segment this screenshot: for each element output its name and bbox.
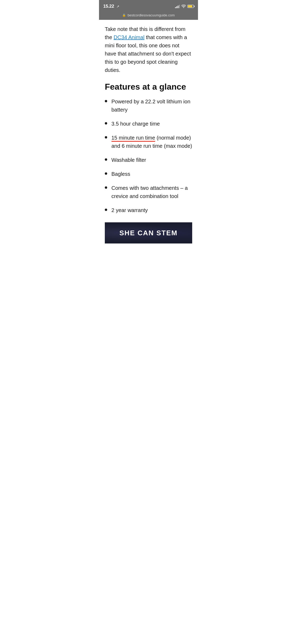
list-item: 2 year warranty [105, 206, 192, 214]
battery-icon [187, 5, 194, 8]
features-list: Powered by a 22.2 volt lithium ion batte… [105, 98, 192, 214]
bullet-icon [105, 136, 107, 139]
lock-icon: 🔒 [122, 13, 126, 17]
status-time: 15.22 [103, 4, 114, 9]
signal-bars-icon [175, 5, 180, 8]
feature-text-3-underlined: 15 minute run time [111, 135, 155, 141]
features-heading: Features at a glance [105, 82, 192, 92]
ad-banner-text: SHE CAN STEM [119, 229, 177, 237]
feature-text-7: 2 year warranty [111, 207, 148, 213]
feature-item-1: Powered by a 22.2 volt lithium ion batte… [111, 98, 192, 114]
feature-item-5: Bagless [111, 170, 192, 178]
feature-text-6: Comes with two attachments – a crevice a… [111, 185, 188, 199]
intro-paragraph: Take note that this is different from th… [105, 25, 192, 74]
feature-item-2: 3.5 hour charge time [111, 120, 192, 128]
feature-text-2: 3.5 hour charge time [111, 121, 160, 127]
list-item: Comes with two attachments – a crevice a… [105, 184, 192, 200]
list-item: Washable filter [105, 156, 192, 164]
list-item: 3.5 hour charge time [105, 120, 192, 128]
bullet-icon [105, 186, 107, 189]
url-text: bestcordlessvacuumguide.com [128, 13, 175, 17]
feature-item-6: Comes with two attachments – a crevice a… [111, 184, 192, 200]
location-arrow-icon: ↗ [116, 4, 119, 8]
feature-item-3: 15 minute run time (normal mode) and 6 m… [111, 134, 192, 150]
wifi-icon [181, 4, 186, 9]
status-bar: 15.22 ↗ [99, 0, 198, 12]
list-item: 15 minute run time (normal mode) and 6 m… [105, 134, 192, 150]
url-bar[interactable]: 🔒 bestcordlessvacuumguide.com [99, 12, 198, 20]
status-icons [175, 4, 194, 9]
bullet-icon [105, 172, 107, 175]
feature-item-4: Washable filter [111, 156, 192, 164]
feature-text-1: Powered by a 22.2 volt lithium ion batte… [111, 99, 190, 113]
ad-banner[interactable]: SHE CAN STEM [105, 222, 192, 243]
feature-text-4: Washable filter [111, 157, 146, 163]
list-item: Powered by a 22.2 volt lithium ion batte… [105, 98, 192, 114]
status-time-area: 15.22 ↗ [103, 4, 119, 9]
dc34-animal-link[interactable]: DC34 Animal [114, 34, 144, 40]
bullet-icon [105, 158, 107, 161]
feature-text-5: Bagless [111, 171, 130, 177]
bullet-icon [105, 209, 107, 211]
list-item: Bagless [105, 170, 192, 178]
feature-item-7: 2 year warranty [111, 206, 192, 214]
bullet-icon [105, 122, 107, 125]
main-content: Take note that this is different from th… [99, 20, 198, 243]
bullet-icon [105, 100, 107, 102]
